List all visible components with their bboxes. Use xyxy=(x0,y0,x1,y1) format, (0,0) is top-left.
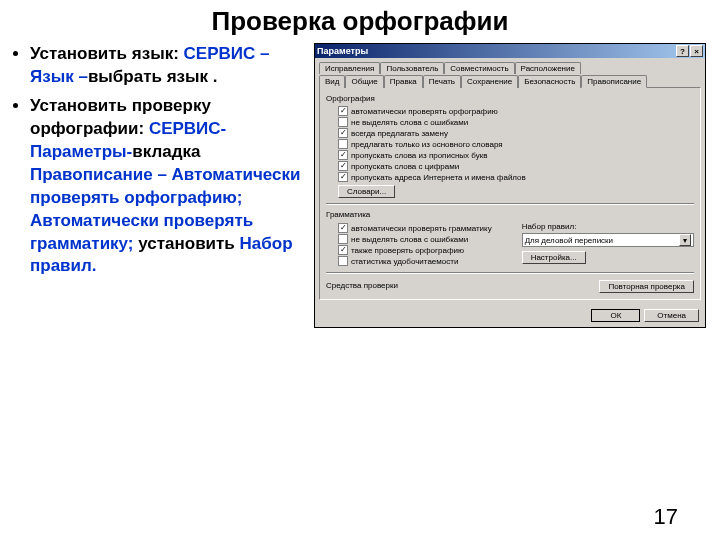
chk-hide-gram-errors[interactable] xyxy=(338,234,348,244)
ok-button[interactable]: ОК xyxy=(591,309,640,322)
cancel-button[interactable]: Отмена xyxy=(644,309,699,322)
tab-compat[interactable]: Совместимость xyxy=(444,62,514,74)
bullet-1: Установить язык: СЕРВИС – Язык –выбрать … xyxy=(30,43,308,89)
tools-label: Средства проверки xyxy=(326,281,599,290)
dialog-title: Параметры xyxy=(317,46,368,56)
chk-hide-spell-errors[interactable] xyxy=(338,117,348,127)
divider xyxy=(326,203,694,205)
chk-skip-digits[interactable] xyxy=(338,161,348,171)
slide-title: Проверка орфографии xyxy=(0,6,720,37)
gram-group-label: Грамматика xyxy=(326,210,694,219)
chk-suggest[interactable] xyxy=(338,128,348,138)
recheck-button[interactable]: Повторная проверка xyxy=(599,280,694,293)
bullets-area: Установить язык: СЕРВИС – Язык –выбрать … xyxy=(8,43,308,328)
bullet-2: Установить проверку орфографии: СЕРВИС-П… xyxy=(30,95,308,279)
titlebar: Параметры ? × xyxy=(315,44,705,58)
settings-button[interactable]: Настройка... xyxy=(522,251,586,264)
tab-general[interactable]: Общие xyxy=(345,75,383,88)
chk-also-spell[interactable] xyxy=(338,245,348,255)
chevron-down-icon: ▾ xyxy=(679,234,691,246)
orf-group-label: Орфография xyxy=(326,94,694,103)
tab-edit[interactable]: Правка xyxy=(384,75,423,88)
tab-save[interactable]: Сохранение xyxy=(461,75,518,88)
tab-security[interactable]: Безопасность xyxy=(518,75,581,88)
tab-corrections[interactable]: Исправления xyxy=(319,62,380,74)
rules-label: Набор правил: xyxy=(522,222,694,231)
chk-skip-upper[interactable] xyxy=(338,150,348,160)
tab-location[interactable]: Расположение xyxy=(515,62,581,74)
dictionaries-button[interactable]: Словари... xyxy=(338,185,395,198)
tab-print[interactable]: Печать xyxy=(423,75,461,88)
chk-auto-grammar[interactable] xyxy=(338,223,348,233)
page-number: 17 xyxy=(654,504,678,530)
close-button[interactable]: × xyxy=(690,45,703,57)
chk-skip-urls[interactable] xyxy=(338,172,348,182)
tab-spelling[interactable]: Правописание xyxy=(581,75,647,88)
rules-select[interactable]: Для деловой переписки ▾ xyxy=(522,233,694,247)
tab-view[interactable]: Вид xyxy=(319,75,345,88)
chk-main-dict[interactable] xyxy=(338,139,348,149)
divider-2 xyxy=(326,272,694,274)
options-dialog: Параметры ? × Исправления Пользователь С… xyxy=(314,43,706,328)
tab-panel: Орфография автоматически проверять орфог… xyxy=(319,87,701,300)
chk-auto-spell[interactable] xyxy=(338,106,348,116)
tab-user[interactable]: Пользователь xyxy=(380,62,444,74)
chk-readability[interactable] xyxy=(338,256,348,266)
help-button[interactable]: ? xyxy=(676,45,689,57)
